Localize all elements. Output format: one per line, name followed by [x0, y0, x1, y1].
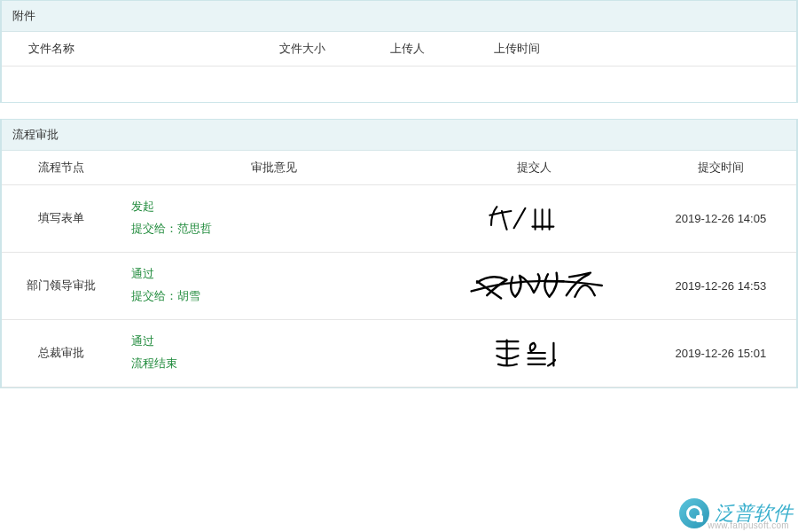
col-uploader: 上传人 — [383, 32, 486, 66]
time-cell: 2019-12-26 15:01 — [645, 319, 796, 387]
col-submit-time: 提交时间 — [645, 151, 796, 185]
signature-image — [430, 194, 638, 243]
opinion-forward: 流程结束 — [131, 353, 415, 375]
approval-title: 流程审批 — [2, 120, 796, 151]
attachments-table: 文件名称 文件大小 上传人 上传时间 — [2, 32, 796, 102]
table-row: 总裁审批 通过 流程结束 2019-12-26 15:01 — [2, 319, 796, 387]
opinion-cell: 通过 提交给：胡雪 — [121, 252, 422, 319]
col-opinion: 审批意见 — [121, 151, 422, 185]
node-cell: 总裁审批 — [2, 319, 121, 387]
time-cell: 2019-12-26 14:05 — [645, 184, 796, 252]
time-cell: 2019-12-26 14:53 — [645, 252, 796, 319]
attachments-panel: 附件 文件名称 文件大小 上传人 上传时间 — [0, 0, 798, 103]
signature-image — [430, 262, 638, 310]
col-node: 流程节点 — [2, 151, 121, 185]
table-header-row: 文件名称 文件大小 上传人 上传时间 — [2, 32, 796, 66]
table-header-row: 流程节点 审批意见 提交人 提交时间 — [2, 151, 796, 185]
watermark: 泛普软件 www.fanpusoft.com — [679, 498, 793, 528]
empty-row — [2, 66, 796, 102]
approval-table: 流程节点 审批意见 提交人 提交时间 填写表单 发起 提交给：范思哲 — [2, 151, 796, 387]
opinion-action: 通过 — [131, 263, 415, 286]
table-row: 部门领导审批 通过 提交给：胡雪 — [2, 252, 796, 319]
opinion-forward: 提交给：胡雪 — [131, 286, 415, 308]
attachments-title: 附件 — [2, 1, 796, 32]
signature-cell — [423, 184, 645, 252]
signature-cell — [423, 252, 645, 319]
col-blank-2 — [716, 32, 796, 66]
opinion-forward: 提交给：范思哲 — [131, 218, 415, 240]
col-upload-time: 上传时间 — [487, 32, 638, 66]
col-blank-1 — [638, 32, 717, 66]
watermark-url: www.fanpusoft.com — [708, 520, 789, 530]
col-file-name: 文件名称 — [2, 32, 272, 66]
opinion-action: 发起 — [131, 196, 415, 218]
table-row: 填写表单 发起 提交给：范思哲 2019-12-26 14:05 — [2, 184, 796, 252]
approval-panel: 流程审批 流程节点 审批意见 提交人 提交时间 填写表单 发起 提交给：范思哲 — [0, 119, 798, 388]
col-submitter: 提交人 — [423, 151, 645, 185]
signature-image — [430, 329, 638, 378]
opinion-cell: 发起 提交给：范思哲 — [121, 184, 422, 252]
opinion-cell: 通过 流程结束 — [121, 319, 422, 387]
signature-cell — [423, 319, 645, 387]
opinion-action: 通过 — [131, 331, 415, 353]
logo-icon — [679, 498, 709, 528]
node-cell: 填写表单 — [2, 184, 121, 252]
node-cell: 部门领导审批 — [2, 252, 121, 319]
col-file-size: 文件大小 — [272, 32, 383, 66]
